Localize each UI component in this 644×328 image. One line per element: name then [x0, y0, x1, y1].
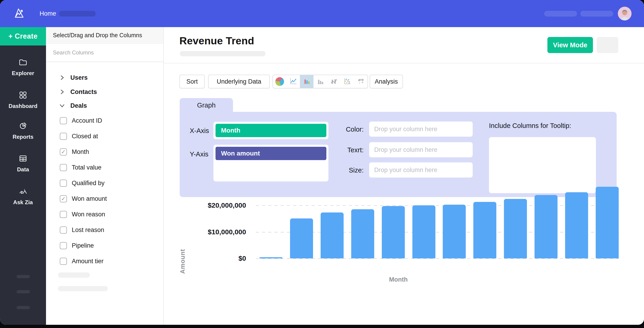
bar[interactable] — [473, 202, 496, 258]
search-columns-input[interactable] — [53, 49, 158, 56]
y-axis-column-chip[interactable]: Won amount — [216, 147, 326, 160]
checkbox-checked[interactable] — [60, 148, 67, 156]
sidebar-item-label: Reports — [13, 134, 34, 140]
header-placeholder — [596, 37, 618, 53]
column-item-lost-reason[interactable]: Lost reason — [46, 224, 163, 235]
chart-type-line-chart-icon[interactable] — [286, 75, 300, 88]
y-axis-dropzone[interactable]: Won amount — [214, 145, 328, 181]
size-dropzone[interactable]: Drop your column here — [369, 163, 473, 177]
text-label: Texrt: — [327, 146, 364, 154]
color-dropzone[interactable]: Drop your column here — [369, 122, 473, 137]
topbar-placeholder — [544, 11, 577, 16]
bar[interactable] — [504, 199, 527, 258]
chart-type-map-chart-icon[interactable] — [354, 75, 368, 88]
sidebar-item-explorer[interactable]: Explorer — [0, 56, 46, 78]
topbar-placeholder — [580, 11, 613, 16]
y-tick-label: $10,000,000 — [187, 228, 246, 236]
checkbox-unchecked[interactable] — [60, 242, 67, 249]
bar[interactable] — [596, 187, 619, 258]
column-item-won-amount[interactable]: Won amount — [46, 193, 163, 204]
checkbox-unchecked[interactable] — [60, 211, 67, 218]
column-item-label: Amount tier — [72, 258, 104, 265]
checkbox-unchecked[interactable] — [60, 180, 67, 187]
tree-node-label: Contacts — [70, 88, 97, 96]
chart-type-column-chart-icon[interactable] — [314, 75, 327, 88]
bar[interactable] — [351, 209, 374, 258]
sidebar-item-dashboard[interactable]: Dashboard — [0, 89, 46, 111]
scatter-chart-icon — [343, 77, 352, 86]
avatar[interactable] — [618, 7, 632, 20]
column-item-account-id[interactable]: Account ID — [46, 115, 163, 126]
chevron-down-icon[interactable] — [59, 103, 65, 108]
column-item-label: Lost reason — [72, 226, 104, 234]
column-item-qualified-by[interactable]: Qualified by — [46, 177, 163, 188]
bar[interactable] — [412, 205, 436, 258]
tree-node-label: Deals — [70, 102, 87, 109]
bar[interactable] — [565, 192, 588, 258]
bar[interactable] — [443, 205, 466, 258]
bar-chart-icon — [302, 77, 311, 86]
column-item-label: Won amount — [72, 195, 107, 202]
checkbox-unchecked[interactable] — [60, 117, 67, 124]
bar[interactable] — [260, 257, 282, 258]
gridline — [256, 258, 622, 259]
sidebar-item-ask-zia[interactable]: Ask Zia — [0, 185, 46, 207]
columns-panel: Select/Drag and Drop the Columns UsersCo… — [46, 27, 164, 325]
bar-chart: Month $0$10,000,000$20,000,000 — [256, 205, 622, 258]
folder-icon — [18, 57, 28, 68]
analytics-logo-icon[interactable] — [12, 6, 25, 21]
column-item-total-value[interactable]: Total value — [46, 162, 163, 173]
bar[interactable] — [382, 206, 405, 258]
chart-type-combo-chart-icon[interactable] — [327, 75, 341, 88]
title-placeholder — [180, 51, 266, 56]
checkbox-unchecked[interactable] — [60, 226, 67, 234]
column-item-closed-at[interactable]: Closed at — [46, 131, 163, 142]
sidebar-placeholder — [16, 275, 30, 278]
column-item-won-reason[interactable]: Won reason — [46, 209, 163, 220]
bar[interactable] — [534, 195, 558, 258]
x-axis-label: X-Axis — [190, 127, 209, 135]
topbar: Home — [0, 0, 644, 27]
column-item-label: Closed at — [72, 133, 98, 140]
tree-node-contacts[interactable]: Contacts — [46, 86, 163, 97]
y-tick-label: $0 — [187, 255, 246, 262]
search-columns-row — [46, 44, 163, 62]
column-item-label: Qualified by — [72, 180, 105, 187]
topbar-placeholder — [59, 11, 96, 16]
x-axis-column-chip[interactable]: Month — [216, 124, 326, 137]
sidebar-item-data[interactable]: Data — [0, 152, 46, 174]
checkbox-unchecked[interactable] — [60, 164, 67, 171]
sidebar-item-label: Ask Zia — [13, 199, 33, 206]
text-dropzone[interactable]: Drop your column here — [369, 142, 473, 157]
checkbox-checked[interactable] — [60, 195, 67, 202]
chart-type-bar-chart-icon[interactable] — [300, 75, 314, 88]
analysis-button[interactable]: Analysis — [370, 75, 403, 88]
column-item-pipeline[interactable]: Pipeline — [46, 240, 163, 251]
app-window: Home + Create ExplorerDashboardReportsDa… — [0, 0, 644, 325]
chart-type-scatter-chart-icon[interactable] — [341, 75, 354, 88]
sidebar-item-reports[interactable]: Reports — [0, 119, 46, 142]
column-item-label: Pipeline — [72, 242, 94, 249]
chart-type-pie-chart-icon[interactable] — [273, 75, 286, 88]
sort-button[interactable]: Sort — [180, 75, 205, 88]
bar[interactable] — [320, 212, 344, 258]
column-chart-icon — [316, 77, 325, 86]
view-mode-button[interactable]: View Mode — [548, 37, 593, 53]
sidebar-item-label: Explorer — [12, 70, 34, 76]
data-icon — [18, 154, 28, 164]
checkbox-unchecked[interactable] — [60, 133, 67, 140]
tree-node-deals[interactable]: Deals — [46, 100, 163, 111]
panel-placeholder — [58, 272, 90, 278]
chevron-right-icon[interactable] — [59, 89, 65, 95]
bar[interactable] — [290, 218, 313, 258]
column-item-month[interactable]: Month — [46, 146, 163, 157]
x-axis-dropzone[interactable]: Month — [214, 122, 328, 139]
chevron-right-icon[interactable] — [59, 75, 65, 80]
tab-graph[interactable]: Graph — [180, 98, 233, 112]
column-item-amount-tier[interactable]: Amount tier — [46, 256, 163, 267]
create-button[interactable]: + Create — [0, 27, 46, 45]
tab-home[interactable]: Home — [40, 0, 56, 27]
underlying-data-button[interactable]: Underlying Data — [208, 75, 270, 88]
checkbox-unchecked[interactable] — [60, 258, 67, 265]
tree-node-users[interactable]: Users — [46, 72, 163, 83]
